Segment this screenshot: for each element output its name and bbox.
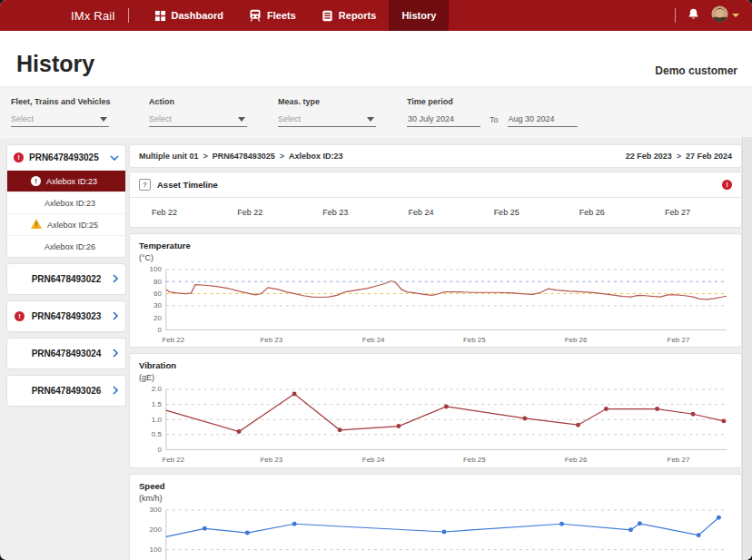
customer-name: Demo customer xyxy=(655,64,737,77)
vertical-scrollbar[interactable] xyxy=(742,137,752,560)
chart-title: Vibration xyxy=(139,360,736,370)
filter-label: Time period xyxy=(407,97,578,106)
nav-item-dashboard[interactable]: Dashbaord xyxy=(142,0,236,31)
page-title: History xyxy=(16,51,94,77)
date-range-to: 27 Feb 2024 xyxy=(686,152,732,161)
breadcrumb-separator: > xyxy=(203,152,208,161)
unit-label: PRN6478493022 xyxy=(32,274,102,284)
unit-card[interactable]: PRN6478493023 xyxy=(7,301,125,331)
filter-label: Fleet, Trains and Vehicles xyxy=(11,97,129,106)
svg-text:Feb 26: Feb 26 xyxy=(565,457,588,465)
error-status-icon xyxy=(31,176,41,186)
speed-chart-panel: Speed (km/h) 0100200300 xyxy=(130,475,741,560)
timeline-date: Feb 22 xyxy=(237,208,262,217)
svg-text:Feb 22: Feb 22 xyxy=(162,457,184,465)
breadcrumb-bar: Multiple unit 01 > PRN6478493025 > Axleb… xyxy=(130,145,741,167)
svg-text:0.5: 0.5 xyxy=(152,431,163,439)
svg-text:1.0: 1.0 xyxy=(152,416,163,424)
date-to-input[interactable] xyxy=(508,114,578,127)
svg-text:Feb 24: Feb 24 xyxy=(362,457,385,465)
vibration-chart[interactable]: 00.51.01.52.0Feb 22Feb 23Feb 24Feb 25Feb… xyxy=(139,384,736,465)
error-alert-icon[interactable] xyxy=(722,180,732,190)
page-header: History Demo customer xyxy=(0,31,752,86)
action-select[interactable]: Select xyxy=(149,114,247,127)
unit-card[interactable]: PRN6478493024 xyxy=(7,339,125,368)
nav-item-label: Reports xyxy=(339,10,377,21)
svg-text:100: 100 xyxy=(150,545,163,554)
breadcrumb-part[interactable]: Axlebox ID:23 xyxy=(289,152,343,161)
meas-type-select[interactable]: Select xyxy=(278,114,376,127)
unit-label: PRN6478493024 xyxy=(32,349,102,359)
tree-item-axlebox[interactable]: Axlebox ID:26 xyxy=(7,235,125,257)
user-menu[interactable] xyxy=(711,5,739,26)
nav-item-history[interactable]: History xyxy=(389,0,449,31)
svg-text:Feb 25: Feb 25 xyxy=(463,457,486,465)
breadcrumb: Multiple unit 01 > PRN6478493025 > Axleb… xyxy=(139,152,343,161)
speed-chart[interactable]: 0100200300 xyxy=(139,505,736,560)
date-range: 22 Feb 2023 > 27 Feb 2024 xyxy=(626,152,732,161)
error-status-icon xyxy=(15,311,25,321)
tree-item-axlebox[interactable]: Axlebox ID:23 xyxy=(7,192,125,213)
svg-text:30: 30 xyxy=(153,301,162,309)
breadcrumb-separator: > xyxy=(280,152,284,161)
tree-item-axlebox[interactable]: Axlebox ID:23 xyxy=(7,170,125,192)
nav-item-fleets[interactable]: Fleets xyxy=(236,0,309,31)
breadcrumb-part[interactable]: Multiple unit 01 xyxy=(139,152,199,161)
svg-text:Feb 23: Feb 23 xyxy=(261,336,283,344)
nav-item-label: Dashbaord xyxy=(172,10,223,21)
svg-text:Feb 27: Feb 27 xyxy=(668,457,690,465)
chevron-right-icon xyxy=(113,311,118,320)
svg-text:60: 60 xyxy=(153,290,162,298)
date-range-separator: > xyxy=(677,152,681,161)
nav-item-reports[interactable]: Reports xyxy=(309,0,390,31)
svg-text:Feb 22: Feb 22 xyxy=(162,336,184,344)
navbar-divider xyxy=(675,8,676,23)
svg-text:0: 0 xyxy=(157,326,162,334)
svg-text:Feb 24: Feb 24 xyxy=(362,336,385,344)
unit-card[interactable]: PRN6478493022 xyxy=(7,264,125,294)
asset-timeline-panel: Asset Timeline Feb 22 Feb 22 Feb 23 Feb … xyxy=(130,172,741,227)
app-window: IMx Rail Dashbaord Fleets Reports Histor… xyxy=(0,0,752,560)
tree-item-axlebox[interactable]: Axlebox ID:25 xyxy=(7,213,125,235)
main-panel: Multiple unit 01 > PRN6478493025 > Axleb… xyxy=(130,145,741,560)
nav-item-label: Fleets xyxy=(267,10,296,21)
chart-unit: (°C) xyxy=(139,253,736,262)
top-navbar: IMx Rail Dashbaord Fleets Reports Histor… xyxy=(0,0,752,31)
filter-bar: Fleet, Trains and Vehicles Select Action… xyxy=(0,86,752,138)
axlebox-label: Axlebox ID:26 xyxy=(45,242,95,251)
vibration-chart-panel: Vibration (gE) 00.51.01.52.0Feb 22Feb 23… xyxy=(130,354,741,467)
content-area: PRN6478493025 Axlebox ID:23 Axlebox ID:2… xyxy=(0,138,752,560)
temperature-chart[interactable]: 020306080100Feb 22Feb 23Feb 24Feb 25Feb … xyxy=(139,264,736,345)
tree-parent-vehicle[interactable]: PRN6478493025 xyxy=(7,145,125,170)
timeline-date: Feb 25 xyxy=(494,208,519,217)
date-from-input[interactable] xyxy=(407,114,480,127)
notifications-bell-icon[interactable] xyxy=(687,7,700,25)
meas-type-select-value: Select xyxy=(278,114,301,123)
train-icon xyxy=(249,9,262,22)
fleet-select[interactable]: Select xyxy=(11,114,109,127)
avatar xyxy=(711,5,728,26)
svg-text:Feb 25: Feb 25 xyxy=(463,336,486,344)
timeline-date: Feb 24 xyxy=(408,208,433,217)
filter-action: Action Select xyxy=(149,97,258,126)
unit-label: PRN6478493023 xyxy=(32,311,102,321)
axlebox-label: Axlebox ID:23 xyxy=(46,177,97,186)
navbar-right xyxy=(675,0,752,31)
date-range-from: 22 Feb 2023 xyxy=(626,152,672,161)
help-icon[interactable] xyxy=(139,179,151,191)
error-status-icon xyxy=(14,152,24,162)
asset-tree-card: PRN6478493025 Axlebox ID:23 Axlebox ID:2… xyxy=(7,145,125,257)
breadcrumb-part[interactable]: PRN6478493025 xyxy=(213,152,275,161)
asset-sidebar: PRN6478493025 Axlebox ID:23 Axlebox ID:2… xyxy=(7,145,125,560)
vehicle-label: PRN6478493025 xyxy=(29,152,99,162)
svg-text:0: 0 xyxy=(157,446,162,454)
timeline-date: Feb 23 xyxy=(322,208,348,217)
svg-text:Feb 23: Feb 23 xyxy=(261,457,283,465)
timeline-date: Feb 22 xyxy=(152,208,177,217)
timeline-header: Asset Timeline xyxy=(130,172,741,198)
unit-card[interactable]: PRN6478493026 xyxy=(7,376,125,406)
chevron-down-icon xyxy=(238,117,245,122)
chart-unit: (gE) xyxy=(139,373,736,382)
dashboard-grid-icon xyxy=(154,10,166,22)
chart-title: Speed xyxy=(139,481,736,491)
